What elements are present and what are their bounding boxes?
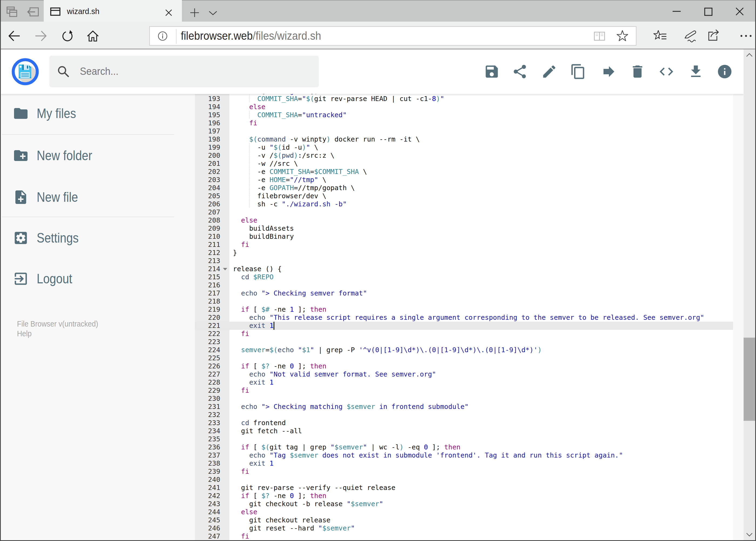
code-line[interactable]: 228 exit 1 xyxy=(195,378,733,386)
window-maximize-icon[interactable] xyxy=(704,8,712,16)
code-line[interactable]: 238 exit 1 xyxy=(195,459,733,467)
code-line[interactable]: 201 -w //src \ xyxy=(195,160,733,168)
code-line[interactable]: 206 sh -c "./wizard.sh -b" xyxy=(195,200,733,208)
scrollbar-thumb[interactable] xyxy=(744,337,755,421)
code-line[interactable]: 214release () { xyxy=(195,265,733,273)
code-editor[interactable]: 192 if [ -d ".git" ]; then193 COMMIT_SHA… xyxy=(195,94,733,541)
code-line[interactable]: 199 -u "$(id -u)" \ xyxy=(195,144,733,152)
forward-icon[interactable] xyxy=(35,29,47,42)
search-bar[interactable]: Search... xyxy=(49,56,319,87)
code-line[interactable]: 200 -v /$(pwd):/src:z \ xyxy=(195,152,733,160)
code-line[interactable]: 246 git reset --hard "$semver" xyxy=(195,524,733,532)
copy-icon[interactable] xyxy=(570,64,586,80)
code-line[interactable]: 223 xyxy=(195,338,733,346)
save-icon[interactable] xyxy=(484,64,500,80)
reading-view-icon[interactable] xyxy=(594,32,605,41)
rename-icon[interactable] xyxy=(541,64,557,80)
hub-icon[interactable] xyxy=(653,29,667,42)
code-line[interactable]: 198 $(command -v winpty) docker run --rm… xyxy=(195,135,733,144)
tab-preview-icon[interactable] xyxy=(6,6,17,17)
code-line[interactable]: 230 xyxy=(195,395,733,403)
code-line[interactable]: 229 fi xyxy=(195,386,733,395)
code-line[interactable]: 236 if [ $(git tag | grep "$semver" | wc… xyxy=(195,443,733,451)
fold-widget-icon[interactable] xyxy=(223,268,227,270)
code-line[interactable]: 208 else xyxy=(195,216,733,225)
sidebar-item-settings[interactable]: Settings xyxy=(13,227,175,249)
filebrowser-logo[interactable] xyxy=(12,58,39,85)
scroll-down-icon[interactable] xyxy=(746,533,753,537)
code-line[interactable]: 197 xyxy=(195,127,733,135)
code-line[interactable]: 226 if [ $? -ne 0 ]; then xyxy=(195,362,733,370)
delete-icon[interactable] xyxy=(630,64,645,80)
tab-close-icon[interactable] xyxy=(165,9,172,16)
share-file-icon[interactable] xyxy=(512,64,528,80)
code-line[interactable]: 239 fi xyxy=(195,467,733,476)
raw-code-icon[interactable] xyxy=(658,64,674,80)
code-line[interactable]: 242 if [ $? -ne 0 ]; then xyxy=(195,492,733,500)
code-line[interactable]: 211 fi xyxy=(195,241,733,249)
code-line[interactable]: 216 xyxy=(195,281,733,289)
code-line[interactable]: 212} xyxy=(195,249,733,257)
sidebar-item-logout[interactable]: Logout xyxy=(13,268,175,289)
url-text[interactable]: filebrowser.web/files/wizard.sh xyxy=(181,27,321,45)
code-line[interactable]: 225 xyxy=(195,354,733,362)
code-line[interactable]: 221 exit 1 xyxy=(195,322,733,330)
page-scrollbar[interactable] xyxy=(744,49,755,540)
code-line[interactable]: 243 git checkout -b release "$semver" xyxy=(195,500,733,508)
code-line[interactable]: 195 COMMIT_SHA="untracked" xyxy=(195,111,733,119)
scroll-up-icon[interactable] xyxy=(746,53,753,57)
share-icon[interactable] xyxy=(707,29,720,42)
sidebar-item-new-folder[interactable]: New folder xyxy=(13,145,175,166)
code-line[interactable]: 196 fi xyxy=(195,119,733,127)
code-line[interactable]: 241 git rev-parse --verify --quiet relea… xyxy=(195,484,733,492)
code-line[interactable]: 233 cd frontend xyxy=(195,419,733,427)
browser-tab[interactable]: wizard.sh xyxy=(44,0,182,22)
move-icon[interactable] xyxy=(601,64,617,80)
window-close-icon[interactable] xyxy=(735,7,744,16)
sidebar-item-new-file[interactable]: New file xyxy=(13,186,175,208)
tab-list-chevron-icon[interactable] xyxy=(209,11,217,15)
code-line[interactable]: 237 echo "Tag $semver does not exist in … xyxy=(195,451,733,459)
new-tab-icon[interactable] xyxy=(190,8,199,17)
window-minimize-icon[interactable] xyxy=(672,11,681,12)
back-icon[interactable] xyxy=(8,29,20,42)
code-line[interactable]: 210 buildBinary xyxy=(195,233,733,241)
code-line[interactable]: 215 cd $REPO xyxy=(195,273,733,281)
code-line[interactable]: 205 filebrowser/dev \ xyxy=(195,192,733,200)
code-line[interactable]: 202 -e COMMIT_SHA=$COMMIT_SHA \ xyxy=(195,168,733,176)
code-line[interactable]: 209 buildAssets xyxy=(195,225,733,233)
code-line[interactable]: 235 xyxy=(195,435,733,443)
code-line[interactable]: 193 COMMIT_SHA="$(git rev-parse HEAD | c… xyxy=(195,95,733,103)
code-line[interactable]: 219 if [ $# -ne 1 ]; then xyxy=(195,305,733,313)
code-line[interactable]: 244 else xyxy=(195,508,733,516)
set-tabs-aside-icon[interactable] xyxy=(26,7,39,17)
code-line[interactable]: 217 echo "> Checking semver format" xyxy=(195,289,733,297)
code-line[interactable]: 232 xyxy=(195,411,733,419)
home-icon[interactable] xyxy=(86,29,99,42)
code-line[interactable]: 247 fi xyxy=(195,532,733,540)
code-line[interactable]: 207 xyxy=(195,208,733,216)
code-line[interactable]: 224 semver=$(echo "$1" | grep -P '^v(0|[… xyxy=(195,346,733,354)
site-info-icon[interactable] xyxy=(157,31,167,41)
code-line[interactable]: 204 -e GOPATH=//tmp/gopath \ xyxy=(195,184,733,192)
address-bar[interactable]: filebrowser.web/files/wizard.sh xyxy=(149,26,636,46)
code-line[interactable]: 220 echo "This release script requires a… xyxy=(195,313,733,322)
code-line[interactable]: 234 git fetch --all xyxy=(195,427,733,435)
more-options-icon[interactable] xyxy=(740,34,752,38)
code-line[interactable]: 231 echo "> Checking matching $semver in… xyxy=(195,403,733,411)
code-line[interactable]: 227 echo "Not valid semver format. See s… xyxy=(195,370,733,378)
code-line[interactable]: 240 xyxy=(195,476,733,484)
download-icon[interactable] xyxy=(688,64,704,80)
info-icon[interactable] xyxy=(717,64,733,80)
annotate-pen-icon[interactable] xyxy=(683,29,696,42)
code-line[interactable]: 245 git checkout release xyxy=(195,516,733,524)
favorite-star-icon[interactable] xyxy=(616,30,629,42)
code-line[interactable]: 218 xyxy=(195,297,733,305)
refresh-icon[interactable] xyxy=(61,29,74,42)
code-line[interactable]: 213 xyxy=(195,257,733,265)
code-line[interactable]: 203 -e HOME="//tmp" \ xyxy=(195,176,733,184)
code-line[interactable]: 194 else xyxy=(195,103,733,111)
sidebar-item-my-files[interactable]: My files xyxy=(13,103,175,124)
help-link[interactable]: Help xyxy=(17,329,98,338)
code-line[interactable]: 222 fi xyxy=(195,330,733,338)
